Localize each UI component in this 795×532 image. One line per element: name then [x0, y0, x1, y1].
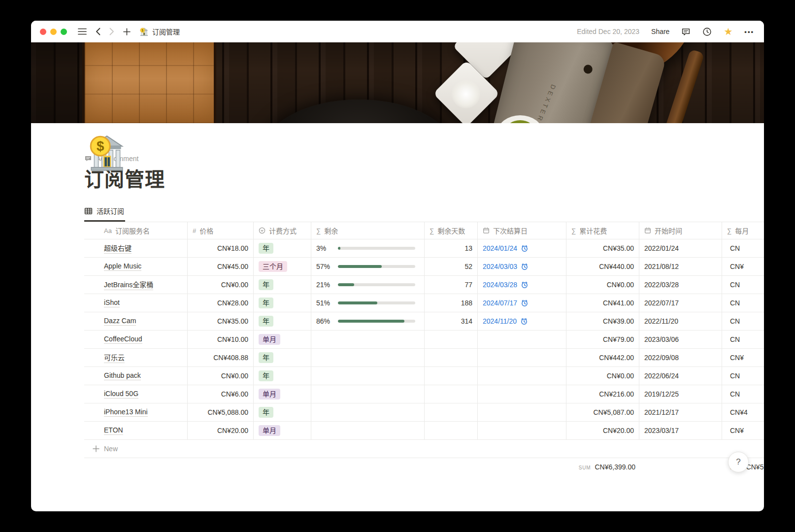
next-billing-cell[interactable] — [478, 349, 566, 366]
start-date-cell[interactable]: 2022/03/28 — [639, 276, 722, 294]
total-spent-cell[interactable]: CN¥0.00 — [566, 276, 639, 294]
start-date-cell[interactable]: 2022/07/17 — [639, 294, 722, 312]
tab-active-subscriptions[interactable]: 活跃订阅 — [84, 203, 125, 222]
history-clock-icon[interactable] — [702, 27, 712, 36]
service-name-link[interactable]: Dazz Cam — [104, 317, 136, 326]
share-button[interactable]: Share — [651, 28, 669, 35]
days-left-cell[interactable] — [425, 331, 478, 348]
next-billing-cell[interactable] — [478, 403, 566, 421]
remaining-cell[interactable]: 57% — [311, 258, 425, 275]
monthly-cost-cell[interactable]: CN — [722, 276, 764, 294]
price-cell[interactable]: CN¥28.00 — [188, 294, 254, 312]
next-billing-cell[interactable]: 2024/07/17 — [478, 294, 566, 312]
billing-cycle-cell[interactable]: 年 — [254, 276, 311, 294]
price-cell[interactable]: CN¥45.00 — [188, 258, 254, 275]
monthly-cost-cell[interactable]: CN¥ — [722, 422, 764, 439]
column-header-price[interactable]: #价格 — [188, 222, 254, 239]
close-window-button[interactable] — [40, 29, 46, 35]
total-spent-cell[interactable]: CN¥442.00 — [566, 349, 639, 366]
days-left-cell[interactable] — [425, 349, 478, 366]
service-name-cell[interactable]: 可乐云 — [84, 349, 188, 366]
forward-icon[interactable] — [109, 28, 114, 35]
days-left-cell[interactable]: 52 — [425, 258, 478, 275]
price-cell[interactable]: CN¥20.00 — [188, 422, 254, 439]
remaining-cell[interactable]: 86% — [311, 312, 425, 330]
service-name-cell[interactable]: iCloud 50G — [84, 385, 188, 403]
billing-cycle-cell[interactable]: 单月 — [254, 385, 311, 403]
service-name-link[interactable]: Github pack — [104, 371, 141, 380]
monthly-cost-cell[interactable]: CN — [722, 294, 764, 312]
price-cell[interactable]: CN¥18.00 — [188, 239, 254, 257]
next-billing-cell[interactable]: 2024/03/28 — [478, 276, 566, 294]
next-billing-cell[interactable] — [478, 331, 566, 348]
billing-cycle-cell[interactable]: 年 — [254, 403, 311, 421]
service-name-cell[interactable]: 超级右键 — [84, 239, 188, 257]
total-spent-cell[interactable]: CN¥35.00 — [566, 239, 639, 257]
billing-cycle-cell[interactable]: 年 — [254, 294, 311, 312]
service-name-link[interactable]: CoffeeCloud — [104, 335, 142, 344]
next-billing-date[interactable]: 2024/03/03 — [483, 263, 529, 270]
service-name-link[interactable]: JetBrains全家桶 — [104, 279, 153, 290]
start-date-cell[interactable]: 2019/12/25 — [639, 385, 722, 403]
days-left-cell[interactable] — [425, 403, 478, 421]
start-date-cell[interactable]: 2022/01/24 — [639, 239, 722, 257]
billing-cycle-cell[interactable]: 年 — [254, 349, 311, 366]
start-date-cell[interactable]: 2021/12/17 — [639, 403, 722, 421]
service-name-link[interactable]: Apple Music — [104, 262, 141, 271]
service-name-cell[interactable]: iShot — [84, 294, 188, 312]
days-left-cell[interactable]: 77 — [425, 276, 478, 294]
next-billing-cell[interactable]: 2024/11/20 — [478, 312, 566, 330]
days-left-cell[interactable]: 314 — [425, 312, 478, 330]
column-header-total-spent[interactable]: ∑累计花费 — [566, 222, 639, 239]
remaining-cell[interactable] — [311, 385, 425, 403]
days-left-cell[interactable] — [425, 367, 478, 385]
zoom-window-button[interactable] — [61, 29, 67, 35]
monthly-cost-cell[interactable]: CN¥ — [722, 258, 764, 275]
total-spent-cell[interactable]: CN¥41.00 — [566, 294, 639, 312]
sidebar-menu-icon[interactable] — [78, 28, 87, 35]
days-left-cell[interactable] — [425, 385, 478, 403]
days-left-cell[interactable] — [425, 422, 478, 439]
price-cell[interactable]: CN¥35.00 — [188, 312, 254, 330]
next-billing-date[interactable]: 2024/11/20 — [483, 317, 528, 325]
service-name-link[interactable]: iShot — [104, 299, 120, 307]
service-name-cell[interactable]: JetBrains全家桶 — [84, 276, 188, 294]
minimize-window-button[interactable] — [50, 29, 57, 35]
price-cell[interactable]: CN¥0.00 — [188, 276, 254, 294]
service-name-link[interactable]: 超级右键 — [104, 243, 132, 254]
monthly-cost-cell[interactable]: CN — [722, 239, 764, 257]
remaining-cell[interactable]: 21% — [311, 276, 425, 294]
comments-icon[interactable] — [681, 27, 691, 36]
monthly-cost-cell[interactable]: CN — [722, 331, 764, 348]
remaining-cell[interactable]: 3% — [311, 239, 425, 257]
column-header-name[interactable]: Aa订阅服务名 — [84, 222, 188, 239]
next-billing-cell[interactable] — [478, 422, 566, 439]
service-name-cell[interactable]: CoffeeCloud — [84, 331, 188, 348]
new-tab-plus-icon[interactable] — [123, 28, 131, 35]
column-header-remaining[interactable]: ∑剩余 — [311, 222, 425, 239]
remaining-cell[interactable] — [311, 349, 425, 366]
help-button[interactable]: ? — [728, 452, 749, 472]
total-spent-cell[interactable]: CN¥39.00 — [566, 312, 639, 330]
days-left-cell[interactable]: 188 — [425, 294, 478, 312]
total-spent-cell[interactable]: CN¥216.00 — [566, 385, 639, 403]
start-date-cell[interactable]: 2022/11/20 — [639, 312, 722, 330]
next-billing-cell[interactable]: 2024/01/24 — [478, 239, 566, 257]
column-header-next-billing[interactable]: 下次结算日 — [478, 222, 566, 239]
monthly-cost-cell[interactable]: CN — [722, 312, 764, 330]
more-options-icon[interactable]: ••• — [744, 28, 754, 35]
total-spent-cell[interactable]: CN¥0.00 — [566, 367, 639, 385]
service-name-cell[interactable]: Github pack — [84, 367, 188, 385]
service-name-cell[interactable]: Apple Music — [84, 258, 188, 275]
start-date-cell[interactable]: 2023/03/17 — [639, 422, 722, 439]
price-cell[interactable]: CN¥10.00 — [188, 331, 254, 348]
next-billing-date[interactable]: 2024/01/24 — [483, 244, 529, 252]
monthly-cost-cell[interactable]: CN¥4 — [722, 403, 764, 421]
next-billing-cell[interactable] — [478, 367, 566, 385]
billing-cycle-cell[interactable]: 单月 — [254, 422, 311, 439]
monthly-cost-cell[interactable]: CN¥ — [722, 349, 764, 366]
column-header-days-left[interactable]: ∑剩余天数 — [425, 222, 478, 239]
billing-cycle-cell[interactable]: 单月 — [254, 331, 311, 348]
service-name-link[interactable]: 可乐云 — [104, 352, 125, 363]
price-cell[interactable]: CN¥408.88 — [188, 349, 254, 366]
